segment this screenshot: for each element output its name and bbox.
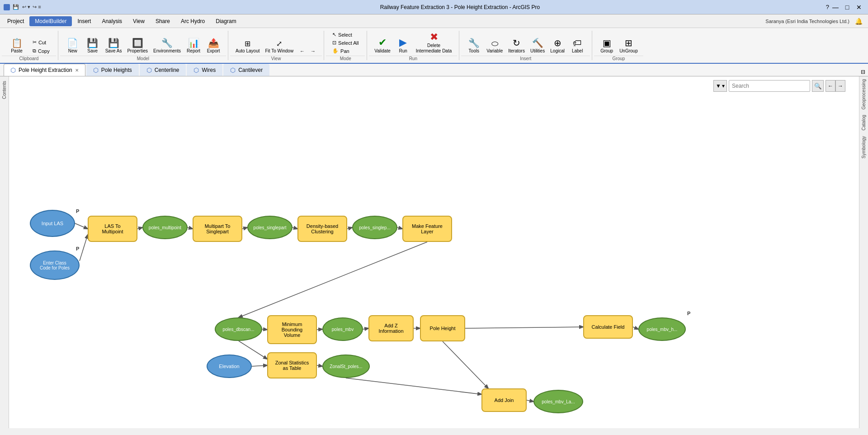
search-next-btn[interactable]: → — [835, 80, 845, 92]
undo-icon[interactable]: ↩ — [22, 4, 26, 9]
svg-line-6 — [292, 227, 297, 229]
right-panel: Geoprocessing Catalog Symbology — [859, 76, 868, 428]
new-btn[interactable]: 📄 New — [64, 38, 82, 55]
notifications-icon[interactable]: 🔔 — [855, 18, 866, 25]
back-btn[interactable]: ← — [297, 47, 307, 55]
save-as-icon: 💾 — [108, 38, 119, 47]
minimize-btn[interactable]: — — [830, 3, 841, 12]
svg-line-5 — [242, 227, 247, 229]
close-btn[interactable]: ✕ — [854, 3, 864, 12]
run-btn[interactable]: ▶ Run — [394, 37, 412, 55]
tab-close-0[interactable]: ✕ — [75, 68, 79, 73]
tab-icon-2: ⬡ — [146, 66, 152, 74]
node-poles-multipoint[interactable]: poles_multipoint — [142, 216, 188, 239]
fit-to-window-btn[interactable]: ⤢ Fit To Window — [263, 39, 295, 55]
run-icon: ▶ — [399, 38, 407, 47]
logical-btn[interactable]: ⊕ Logical — [548, 38, 566, 55]
environments-btn[interactable]: 🔧 Environments — [151, 38, 183, 55]
customize-btn[interactable]: ≡ — [38, 4, 41, 9]
node-pole-height[interactable]: Pole Height — [420, 315, 465, 341]
node-make-feature-layer[interactable]: Make Feature Layer — [402, 216, 452, 242]
node-add-join[interactable]: Add Join — [481, 388, 527, 412]
help-btn[interactable]: ? — [826, 4, 829, 10]
arrows-svg — [9, 76, 859, 428]
node-zonal-statistics-as-table[interactable]: Zonal Statistics as Table — [267, 352, 317, 378]
tab-wires[interactable]: ⬡ Wires — [187, 64, 222, 76]
ribbon: 📋 Paste ✂ Cut ⧉ Copy Clipboard — [0, 28, 868, 64]
tab-centerline[interactable]: ⬡ Centerline — [140, 64, 186, 76]
cut-btn[interactable]: ✂ Cut — [30, 38, 52, 46]
search-btn[interactable]: 🔍 — [812, 80, 824, 92]
properties-btn[interactable]: 🔲 Properties — [125, 38, 150, 55]
search-bar: ▼ ▾ 🔍 ← → — [713, 80, 845, 92]
menu-insert[interactable]: Insert — [72, 16, 96, 26]
redo-icon[interactable]: ↪ — [33, 4, 37, 9]
tab-pole-heights[interactable]: ⬡ Pole Heights — [86, 64, 139, 76]
node-zonalst-poles[interactable]: ZonalSt_poles... — [322, 355, 370, 378]
node-poles-mbv-la[interactable]: poles_mbv_La... — [533, 390, 583, 413]
select-all-btn[interactable]: ⊡ Select All — [330, 39, 361, 47]
menu-share[interactable]: Share — [150, 16, 175, 26]
node-poles-mbv[interactable]: poles_mbv — [322, 317, 363, 341]
node-elevation[interactable]: Elevation — [207, 355, 252, 378]
tab-cantilever[interactable]: ⬡ Cantilever — [223, 64, 269, 76]
node-density-based-clustering[interactable]: Density-based Clustering — [297, 216, 347, 242]
pan-btn[interactable]: ✋ Pan — [330, 47, 361, 55]
tabs-expand-btn[interactable]: ⊟ — [858, 68, 868, 76]
copy-icon: ⧉ — [33, 48, 36, 54]
search-prev-btn[interactable]: ← — [826, 80, 835, 92]
node-poles-dbscan[interactable]: poles_dbscan... — [215, 317, 262, 341]
save-icon-tb[interactable]: 💾 — [13, 4, 19, 9]
svg-line-7 — [347, 227, 352, 229]
undo-dropdown[interactable]: ▾ — [28, 4, 30, 9]
tab-pole-height-extraction[interactable]: ⬡ Pole Height Extraction ✕ — [4, 64, 85, 76]
menu-diagram[interactable]: Diagram — [210, 16, 241, 26]
node-las-to-multipoint[interactable]: LAS To Multipoint — [88, 216, 137, 242]
maximize-btn[interactable]: □ — [842, 3, 853, 12]
fit-to-window-icon: ⤢ — [276, 40, 282, 47]
node-input-las[interactable]: Input LAS — [30, 210, 75, 237]
node-poles-singlep[interactable]: poles_singlep... — [352, 216, 397, 239]
copy-btn[interactable]: ⧉ Copy — [30, 47, 52, 55]
variable-btn[interactable]: ⬭ Variable — [485, 38, 505, 55]
utilities-btn[interactable]: 🔨 Utilities — [528, 38, 547, 55]
modelbuilder-canvas[interactable]: ▼ ▾ 🔍 ← → — [9, 76, 859, 428]
iterators-btn[interactable]: ↻ Iterators — [506, 38, 527, 55]
node-add-z-information[interactable]: Add Z Information — [368, 315, 414, 341]
export-btn[interactable]: 📤 Export — [204, 38, 222, 55]
p-label-3: P — [687, 311, 690, 316]
catalog-panel-label[interactable]: Catalog — [860, 112, 867, 133]
node-poles-mbv-h[interactable]: poles_mbv_h... — [638, 317, 686, 341]
tab-icon-4: ⬡ — [230, 66, 236, 74]
paste-btn[interactable]: 📋 Paste — [5, 38, 28, 55]
svg-line-9 — [239, 242, 427, 317]
menu-modelbuilder[interactable]: ModelBuilder — [29, 16, 72, 26]
node-minimum-bounding-volume[interactable]: Minimum Bounding Volume — [267, 315, 317, 344]
select-btn[interactable]: ↖ Select — [330, 31, 361, 38]
node-poles-singlepart[interactable]: poles_singlepart — [247, 216, 292, 239]
delete-intermediate-btn[interactable]: ✖ Delete Intermediate Data — [414, 31, 454, 55]
menu-project[interactable]: Project — [2, 16, 29, 26]
geoprocessing-panel-label[interactable]: Geoprocessing — [860, 76, 867, 112]
label-btn[interactable]: 🏷 Label — [568, 38, 586, 55]
auto-layout-icon: ⊞ — [245, 40, 250, 47]
ungroup-btn[interactable]: ⊞ UnGroup — [618, 38, 640, 55]
menu-arc-hydro[interactable]: Arc Hydro — [175, 16, 210, 26]
validate-btn[interactable]: ✔ Validate — [373, 37, 392, 55]
contents-panel-label[interactable]: Contents — [1, 78, 8, 102]
forward-btn[interactable]: → — [308, 47, 318, 55]
filter-btn[interactable]: ▼ ▾ — [713, 80, 727, 92]
group-btn[interactable]: ▣ Group — [598, 38, 616, 55]
node-multipart-to-singlepart[interactable]: Multipart To Singlepart — [193, 216, 242, 242]
save-as-btn[interactable]: 💾 Save As — [104, 38, 124, 55]
report-btn[interactable]: 📊 Report — [184, 38, 203, 55]
node-enter-class-code[interactable]: Enter Class Code for Poles — [30, 251, 80, 280]
node-calculate-field[interactable]: Calculate Field — [583, 315, 633, 339]
tools-btn[interactable]: 🔧 Tools — [465, 38, 483, 55]
symbology-panel-label[interactable]: Symbology — [860, 133, 867, 161]
menu-analysis[interactable]: Analysis — [96, 16, 127, 26]
search-input[interactable] — [729, 80, 810, 92]
menu-view[interactable]: View — [127, 16, 150, 26]
save-btn[interactable]: 💾 Save — [84, 38, 102, 55]
auto-layout-btn[interactable]: ⊞ Auto Layout — [234, 39, 261, 55]
